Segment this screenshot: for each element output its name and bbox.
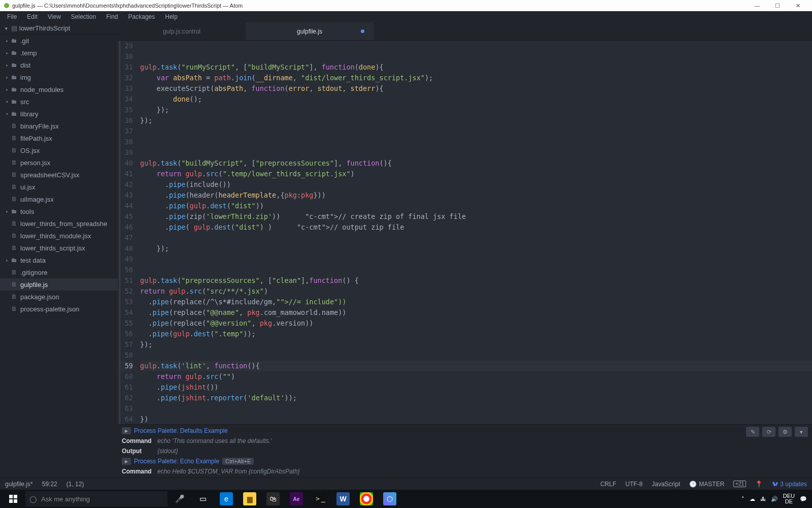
text-editor[interactable]: 2930313233343536373839404142434445464748… (118, 41, 812, 424)
cortana-search[interactable]: ◯ Ask me anything (25, 491, 167, 506)
code-line[interactable]: gulp.task('lint', function(){ (140, 361, 812, 371)
tree-file[interactable]: 🗎ui.jsx (0, 181, 118, 193)
menu-selection[interactable]: Selection (66, 12, 101, 21)
settings-button[interactable]: ⚙ (779, 427, 792, 437)
tree-file[interactable]: 🗎spreadsheetCSV.jsx (0, 169, 118, 181)
code-line[interactable]: .pipe(jshint()) (140, 382, 812, 393)
code-line[interactable]: }) (140, 414, 812, 424)
project-root[interactable]: ▾ ▤ lowerThirdsScript (0, 22, 118, 35)
status-git-branch[interactable]: 🕑 MASTER (689, 481, 724, 488)
status-updates[interactable]: 🐿 3 updates (772, 481, 807, 488)
tree-file[interactable]: 🗎gulpfile.js (0, 278, 118, 291)
tree-file[interactable]: 🗎filePath.jsx (0, 132, 118, 144)
code-line[interactable]: .pipe(jshint.reporter('default')); (140, 393, 812, 403)
panel-heading[interactable]: Process Palette: Defaults Example (134, 427, 228, 434)
status-file[interactable]: gulpfile.js* (5, 481, 33, 488)
code-line[interactable]: .pipe(include()) (140, 179, 812, 190)
code-line[interactable] (140, 350, 812, 361)
code-line[interactable] (140, 233, 812, 243)
tree-folder[interactable]: ▸🖿.git (0, 35, 118, 47)
tray-notifications-icon[interactable]: 💬 (800, 496, 807, 502)
status-language[interactable]: JavaScript (652, 481, 680, 488)
status-git-push-icon[interactable]: 📍 (755, 481, 763, 488)
run-button[interactable]: ▶ (122, 427, 131, 434)
code-line[interactable] (140, 265, 812, 275)
tree-file[interactable]: 🗎.gitignore (0, 266, 118, 278)
tree-folder[interactable]: ▸🖿tools (0, 205, 118, 217)
code-line[interactable]: .pipe(replace("@@version", pkg.version)) (140, 318, 812, 329)
code-line[interactable]: executeScript(absPath, function(error, s… (140, 83, 812, 94)
taskbar-app-edge[interactable]: e (215, 491, 238, 507)
status-git-diff[interactable]: +21 (733, 481, 746, 487)
code-line[interactable]: }); (140, 243, 812, 254)
start-button[interactable] (2, 491, 24, 507)
code-line[interactable]: .pipe(header(headerTemplate,{pkg:pkg})) (140, 190, 812, 201)
tree-file[interactable]: 🗎lower_thirds_script.jsx (0, 242, 118, 254)
code-line[interactable]: .pipe(gulp.dest("dist")) (140, 201, 812, 211)
code-line[interactable]: return gulp.src("") (140, 371, 812, 382)
close-button[interactable]: ✕ (788, 3, 808, 9)
code-line[interactable] (140, 126, 812, 137)
code-line[interactable]: gulp.task("preprocessSources", ["clean"]… (140, 275, 812, 286)
code-line[interactable]: .pipe(replace("@@name", pkg.com_mamoworl… (140, 307, 812, 318)
code-line[interactable]: .pipe(replace(/^\s*#include/gm,"">//= in… (140, 297, 812, 307)
task-view-button[interactable]: ▭ (192, 491, 214, 507)
code-line[interactable] (140, 41, 812, 51)
tree-file[interactable]: 🗎person.jsx (0, 156, 118, 169)
reload-button[interactable]: ⟳ (762, 427, 775, 437)
code-line[interactable]: }); (140, 339, 812, 350)
code-line[interactable]: }); (140, 105, 812, 115)
taskbar-app-cmd[interactable]: ＞_ (309, 491, 331, 507)
panel-heading[interactable]: Process Palette: Echo Example (134, 458, 219, 465)
tray-language[interactable]: DEUDE (783, 493, 795, 504)
tree-folder[interactable]: ▸🖿node_modules (0, 83, 118, 96)
menu-find[interactable]: Find (101, 12, 123, 21)
code-line[interactable]: gulp.task("runMyScript", ["buildMyScript… (140, 62, 812, 73)
tree-folder[interactable]: ▸🖿img (0, 71, 118, 83)
system-tray[interactable]: ˄ ☁ 🖧 🔊 DEUDE 💬 (741, 493, 810, 504)
tree-file[interactable]: 🗎lower_thirds_from_spreadshe (0, 217, 118, 230)
code-line[interactable]: }); (140, 115, 812, 126)
tray-onedrive-icon[interactable]: ☁ (750, 496, 755, 502)
status-cursor-position[interactable]: 59:22 (42, 481, 57, 488)
menu-help[interactable]: Help (160, 12, 183, 21)
tree-file[interactable]: 🗎binaryFile.jsx (0, 120, 118, 132)
code-line[interactable]: .pipe(gulp.dest(".temp")); (140, 329, 812, 339)
tab-gulpfile[interactable]: gulpfile.js (246, 22, 374, 40)
tree-file[interactable]: 🗎uiImage.jsx (0, 193, 118, 205)
code-line[interactable]: return gulp.src("src/**/*.jsx") (140, 286, 812, 297)
tray-volume-icon[interactable]: 🔊 (771, 496, 778, 502)
status-encoding[interactable]: UTF-8 (625, 481, 642, 488)
code-line[interactable] (140, 403, 812, 414)
menu-packages[interactable]: Packages (123, 12, 160, 21)
code-area[interactable]: gulp.task("runMyScript", ["buildMyScript… (140, 41, 812, 424)
taskbar-app-after-effects[interactable]: Ae (285, 491, 308, 507)
tray-network-icon[interactable]: 🖧 (760, 496, 766, 502)
tree-folder[interactable]: ▾🖿src (0, 96, 118, 108)
menu-edit[interactable]: Edit (22, 12, 43, 21)
taskbar-app-chrome[interactable] (355, 491, 378, 507)
tree-file[interactable]: 🗎OS.jsx (0, 144, 118, 156)
tree-folder[interactable]: ▸🖿test data (0, 254, 118, 266)
code-line[interactable]: return gulp.src(".temp/lower_thirds_scri… (140, 169, 812, 179)
code-line[interactable] (140, 51, 812, 62)
menu-view[interactable]: View (43, 12, 66, 21)
tree-file[interactable]: 🗎process-palette.json (0, 303, 118, 315)
code-line[interactable]: .pipe(zip('lowerThird.zip')) "c-cmt">// … (140, 211, 812, 222)
minimize-button[interactable]: — (747, 3, 767, 9)
edit-button[interactable]: ✎ (746, 427, 759, 437)
code-line[interactable]: .pipe( gulp.dest("dist") ) "c-cmt">// ou… (140, 222, 812, 233)
taskbar-app-word[interactable]: W (332, 491, 354, 507)
code-line[interactable]: var absPath = path.join(__dirname, "dist… (140, 73, 812, 83)
code-line[interactable]: gulp.task("buildMyScript", ["preprocessS… (140, 158, 812, 169)
tree-file[interactable]: 🗎package.json (0, 291, 118, 303)
cortana-mic-icon[interactable]: 🎤 (168, 491, 191, 507)
tray-chevron-icon[interactable]: ˄ (741, 496, 745, 502)
tab-gulp-control[interactable]: gulp.js:control (118, 22, 246, 40)
menu-file[interactable]: File (2, 12, 22, 21)
code-line[interactable] (140, 137, 812, 147)
taskbar-app-explorer[interactable]: ▆ (239, 491, 261, 507)
tree-folder[interactable]: ▸🖿.temp (0, 47, 118, 59)
status-eol[interactable]: CRLF (600, 481, 616, 488)
tree-folder[interactable]: ▾🖿library (0, 108, 118, 120)
